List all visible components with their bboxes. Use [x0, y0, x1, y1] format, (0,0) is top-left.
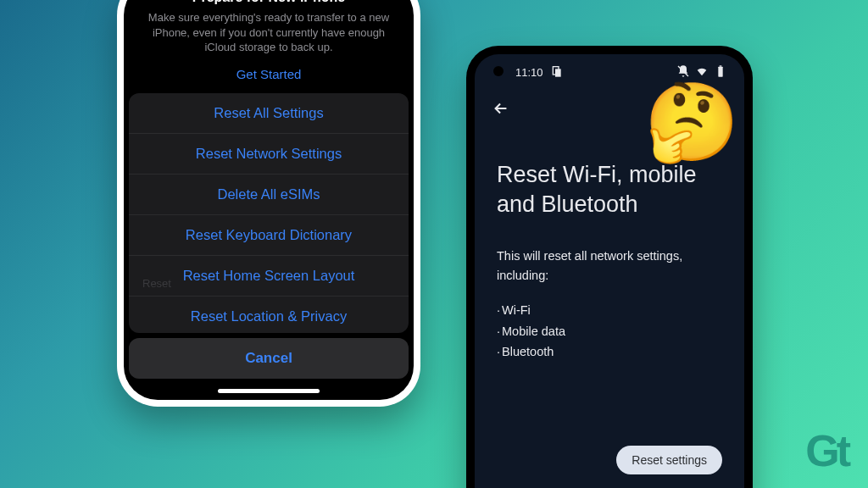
reset-settings-button[interactable]: Reset settings	[616, 446, 722, 474]
cancel-button[interactable]: Cancel	[129, 338, 409, 379]
delete-esims-button[interactable]: Delete All eSIMs	[129, 175, 409, 215]
reset-action-sheet: Reset All Settings Reset Network Setting…	[129, 93, 409, 333]
prepare-title: Prepare for New iPhone	[141, 0, 397, 5]
list-item: Wi-Fi	[497, 300, 722, 321]
reset-items-list: Wi-Fi Mobile data Bluetooth	[497, 300, 722, 363]
iphone-device: Prepare for New iPhone Make sure everyth…	[117, 0, 420, 407]
list-item: Bluetooth	[497, 341, 722, 363]
gt-logo: Gt	[805, 425, 848, 476]
android-page-title: Reset Wi-Fi, mobile and Bluetooth	[497, 160, 722, 219]
reset-network-settings-button[interactable]: Reset Network Settings	[129, 134, 409, 175]
get-started-link[interactable]: Get Started	[141, 67, 397, 81]
reset-location-privacy-button[interactable]: Reset Location & Privacy	[129, 297, 409, 333]
screenshot-icon	[550, 64, 564, 80]
prepare-desc: Make sure everything's ready to transfer…	[141, 10, 397, 55]
ghost-reset-label: Reset	[142, 277, 171, 290]
status-time: 11:10	[515, 66, 543, 79]
camera-punch-hole	[493, 66, 504, 76]
svg-rect-4	[720, 65, 722, 66]
iphone-screen: Prepare for New iPhone Make sure everyth…	[124, 0, 414, 400]
reset-keyboard-dictionary-button[interactable]: Reset Keyboard Dictionary	[129, 215, 409, 256]
svg-rect-3	[718, 67, 722, 77]
reset-home-screen-button[interactable]: Reset Home Screen Layout	[129, 256, 409, 297]
android-desc: This will reset all network settings, in…	[497, 247, 722, 285]
reset-all-settings-button[interactable]: Reset All Settings	[129, 93, 409, 134]
list-item: Mobile data	[497, 321, 722, 342]
home-indicator[interactable]	[218, 389, 320, 393]
back-button[interactable]	[492, 99, 510, 118]
svg-rect-1	[555, 69, 561, 76]
thinking-emoji: 🤔	[644, 78, 739, 167]
